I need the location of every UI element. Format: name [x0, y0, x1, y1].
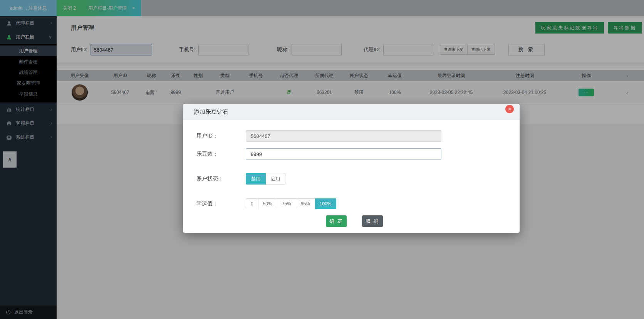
confirm-button[interactable]: 确 定 [326, 215, 347, 227]
lucky-option-75[interactable]: 75% [277, 198, 296, 209]
modal-title: 添加乐豆钻石 [194, 108, 228, 116]
lucky-option-95[interactable]: 95% [296, 198, 315, 209]
modal-lucky-row: 幸运值： 0 50% 75% 95% 100% [196, 198, 504, 210]
modal-ledou-input[interactable] [246, 148, 441, 160]
lucky-option-50[interactable]: 50% [258, 198, 277, 209]
status-toggle-group: 禁用 启用 [246, 173, 285, 185]
modal-user-id-row: 用户ID： [196, 129, 504, 143]
modal-header: 添加乐豆钻石 [183, 104, 520, 120]
modal-status-row: 账户状态： 禁用 启用 [196, 172, 504, 185]
modal-status-label: 账户状态： [196, 175, 246, 182]
status-option-enabled[interactable]: 启用 [266, 173, 285, 185]
add-ledou-modal: 添加乐豆钻石 × 用户ID： 乐豆数： 账户状态： 禁用 启用 幸运值： 0 5… [183, 104, 520, 233]
modal-user-id-input [246, 130, 441, 142]
lucky-option-0[interactable]: 0 [246, 198, 258, 209]
modal-user-id-label: 用户ID： [196, 133, 246, 139]
status-option-disabled[interactable]: 禁用 [246, 173, 266, 185]
lucky-option-100[interactable]: 100% [315, 198, 337, 209]
cancel-button[interactable]: 取 消 [362, 215, 383, 227]
lucky-option-group: 0 50% 75% 95% 100% [246, 198, 336, 209]
modal-lucky-label: 幸运值： [196, 200, 246, 207]
modal-ledou-label: 乐豆数： [196, 151, 246, 158]
modal-ledou-row: 乐豆数： [196, 148, 504, 161]
close-icon: × [508, 106, 511, 112]
modal-close-button[interactable]: × [505, 105, 514, 113]
